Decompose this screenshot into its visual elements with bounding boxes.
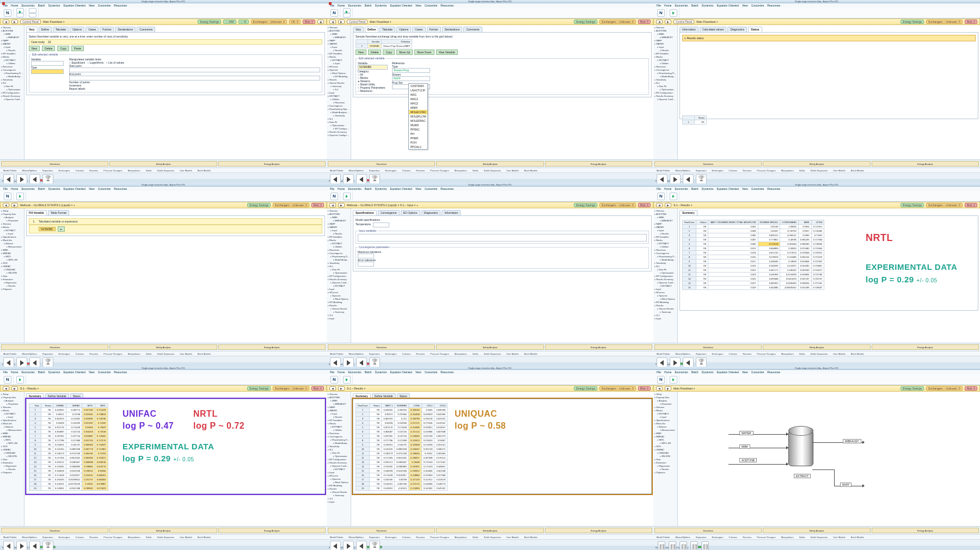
rewind-icon[interactable]	[29, 174, 40, 183]
menu-item[interactable]: Home	[664, 4, 671, 7]
play-icon[interactable]	[16, 174, 27, 183]
palette-item[interactable]: Solids	[473, 536, 479, 539]
tree-item[interactable]: Input	[328, 317, 350, 320]
menu-item[interactable]: Home	[11, 4, 18, 7]
nav-tree[interactable]: StreamsACETONEMIBKMIBKACETRAFFWATERInput…	[327, 25, 351, 159]
nav-fwd[interactable]: ▶	[11, 20, 18, 24]
menu-item[interactable]: Customize	[425, 4, 438, 7]
go-button[interactable]: ▸	[58, 226, 65, 232]
nav-tree[interactable]: StreamsACETONEMIBKMIBKACETRAFFWATERInput…	[327, 208, 351, 343]
palette-item[interactable]: Batch Models	[198, 536, 211, 539]
menu-item[interactable]: View	[89, 4, 95, 7]
tab[interactable]: Vary	[353, 27, 364, 32]
tab[interactable]: Fortran	[427, 27, 441, 32]
menu-item[interactable]: Resources	[114, 370, 127, 374]
safety-tab[interactable]: Safety Analysis	[109, 161, 217, 166]
menu-item[interactable]: View	[415, 4, 421, 7]
palette-item[interactable]: Batch Models	[198, 169, 211, 172]
stream-label[interactable]: WATER	[739, 431, 754, 435]
type-select[interactable]: Stream-Prop	[392, 68, 430, 73]
tree-item[interactable]: Input	[654, 317, 676, 320]
target-icon[interactable]: ◉	[317, 20, 324, 24]
copy-button[interactable]: Copy	[383, 50, 395, 55]
palette-item[interactable]: Mixers/Splitters	[675, 536, 690, 539]
palette-item[interactable]: Solids	[799, 536, 805, 539]
palette-item[interactable]: Separators	[369, 536, 380, 539]
menu-item[interactable]: Home	[338, 370, 345, 374]
palette-item[interactable]: Manipulators	[128, 169, 140, 172]
palette-item[interactable]: Columns	[402, 169, 411, 172]
palette-item[interactable]: Exchangers	[385, 353, 396, 355]
tab[interactable]: Calculated values	[700, 27, 726, 32]
menu-item[interactable]: Customize	[751, 4, 764, 7]
palette-item[interactable]: User Models	[506, 536, 518, 539]
tab[interactable]: Comments	[463, 27, 482, 32]
menu-item[interactable]: Dynamics	[48, 4, 60, 7]
menu-item[interactable]: Batch	[38, 370, 45, 374]
menu-item[interactable]: Resources	[767, 4, 780, 7]
palette-item[interactable]: Exchangers	[712, 536, 723, 539]
palette-item[interactable]: Solids Separators	[811, 536, 828, 539]
energy-tab[interactable]: Energy Analysis	[218, 161, 326, 166]
palette-item[interactable]: Manipulators	[781, 536, 794, 539]
menu-item[interactable]: File	[657, 4, 661, 7]
tab[interactable]: Fill Variable	[26, 210, 47, 215]
palette-item[interactable]: Solids Separators	[157, 536, 175, 539]
tree-item[interactable]: Polymers	[654, 471, 676, 474]
nav-tree[interactable]: SetupProperty SetsAnalysisFlowsheetStrea…	[0, 392, 24, 526]
menu-item[interactable]: Resources	[114, 4, 127, 7]
menu-item[interactable]: Home	[664, 187, 671, 190]
palette-item[interactable]: Exchangers	[385, 169, 396, 172]
control-panel-btn[interactable]: Control Panel	[20, 20, 41, 24]
delete-button[interactable]: Delete	[42, 46, 55, 51]
tab[interactable]: Declarations	[115, 27, 136, 32]
nav-tree[interactable]: SetupProperty SetsAnalysisFlowsheetStrea…	[0, 208, 24, 343]
menu-item[interactable]: Customize	[751, 370, 764, 374]
stream-label[interactable]: MIBKACET	[843, 439, 861, 443]
palette-item[interactable]: Columns	[729, 353, 738, 355]
palette-item[interactable]: Solids Separators	[484, 536, 501, 539]
palette-item[interactable]: Columns	[76, 353, 84, 355]
menu-item[interactable]: Equation Oriented	[390, 4, 412, 7]
model-icon[interactable]	[669, 541, 676, 550]
menu-item[interactable]: Dynamics	[375, 187, 387, 190]
radio-list[interactable]: ○ List of values	[106, 61, 124, 64]
palette-item[interactable]: Reactors	[89, 353, 98, 355]
menu-item[interactable]: View	[89, 370, 95, 374]
palette-item[interactable]: Solids	[473, 169, 479, 172]
tab[interactable]: Define	[39, 27, 52, 32]
tab[interactable]: Options	[70, 27, 84, 32]
menu-item[interactable]: Dynamics	[48, 187, 60, 190]
tab[interactable]: Comments	[137, 27, 155, 32]
menu-item[interactable]: Equation Oriented	[390, 187, 412, 190]
palette-item[interactable]: Batch Models	[851, 169, 864, 172]
tab[interactable]: Specifications	[353, 210, 377, 215]
tab[interactable]: Fortran	[100, 27, 114, 32]
menu-item[interactable]: Customize	[425, 187, 438, 190]
palette-item[interactable]: Exchangers	[58, 536, 70, 539]
next-icon[interactable]: N	[4, 9, 11, 17]
menu-item[interactable]: File	[657, 370, 661, 374]
palette-item[interactable]: Solids Separators	[811, 169, 828, 172]
palette-item[interactable]: Exchangers	[385, 536, 396, 539]
stream-label[interactable]: ACETONE	[739, 458, 757, 462]
palette-item[interactable]: Manipulators	[455, 536, 467, 539]
palette-item[interactable]: Batch Models	[851, 536, 864, 539]
palette-item[interactable]: Pressure Changers	[103, 169, 122, 172]
palette-item[interactable]: Separators	[42, 536, 53, 539]
menubar[interactable]: FileHomeEconomicsBatchDynamicsEquation O…	[0, 3, 327, 8]
palette-item[interactable]: Separators	[42, 169, 53, 172]
palette-item[interactable]: Model Palette	[330, 169, 343, 172]
menu-item[interactable]: Dynamics	[375, 4, 387, 7]
palette-item[interactable]: Separators	[696, 536, 707, 539]
tab[interactable]: Cases	[412, 27, 425, 32]
menu-item[interactable]: View	[742, 4, 748, 7]
nav-tree[interactable]: StreamsACETONEMIBKMIBKACETRAFFWATERInput…	[653, 25, 678, 159]
run-icon[interactable]	[16, 8, 24, 13]
palette-item[interactable]: User Models	[833, 169, 845, 172]
menu-item[interactable]: View	[415, 370, 421, 374]
tree-item[interactable]: Dynamic Configuration	[654, 98, 676, 101]
palette-item[interactable]: Model Palette	[330, 353, 343, 355]
tab[interactable]: Vary	[26, 27, 38, 32]
menu-item[interactable]: Dynamics	[48, 370, 60, 374]
